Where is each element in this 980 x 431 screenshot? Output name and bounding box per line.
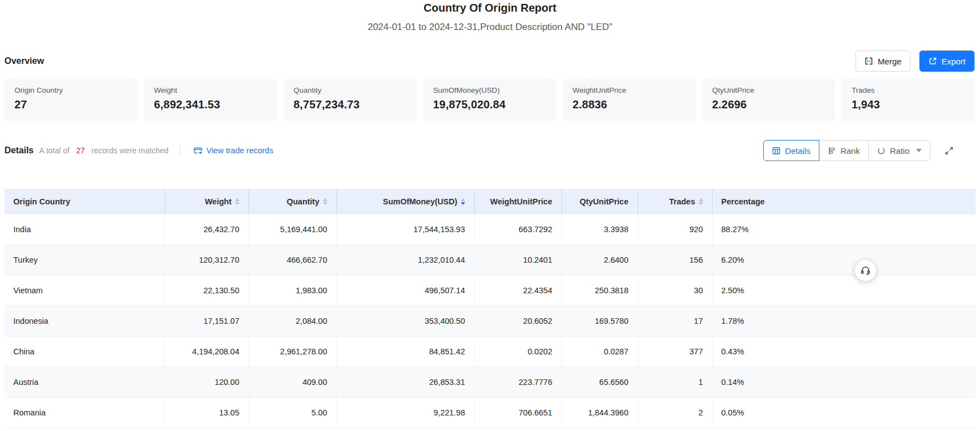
cell-origin-country: Indonesia (4, 306, 165, 337)
cell-sum-of-money: 26,853.31 (336, 367, 474, 398)
column-header-quantity[interactable]: Quantity (248, 189, 336, 214)
trade-records-window-icon (193, 146, 202, 155)
cell-quantity: 409.00 (248, 367, 336, 398)
stat-label: QtyUnitPrice (712, 86, 825, 94)
cell-trades: 17 (638, 306, 712, 337)
stat-value: 27 (14, 98, 127, 111)
cell-origin-country: China (4, 337, 165, 367)
details-heading: Details (4, 146, 33, 156)
column-label: Trades (669, 197, 695, 206)
fullscreen-button[interactable] (944, 146, 954, 156)
column-label: Percentage (722, 197, 765, 206)
sort-caret-icon[interactable] (699, 198, 703, 205)
table-row[interactable]: Austria 120.00 409.00 26,853.31 223.7776… (4, 367, 976, 398)
table-row[interactable]: Romania 13.05 5.00 9,221.98 706.6651 1,8… (4, 398, 976, 428)
sort-caret-icon[interactable] (235, 198, 240, 205)
country-of-origin-report-page: Country Of Origin Report 2024-01-01 to 2… (0, 0, 980, 431)
cell-qty-unit-price: 1,844.3960 (561, 398, 638, 428)
table-grid-icon (772, 147, 780, 155)
tab-details[interactable]: Details (763, 140, 819, 161)
cell-weight: 26,432.70 (165, 214, 248, 245)
view-trade-records-link[interactable]: View trade records (193, 146, 273, 155)
headset-icon (860, 265, 871, 276)
tab-rank[interactable]: Rank (819, 140, 869, 161)
cell-weight: 17,151.07 (165, 306, 248, 337)
cell-weight-unit-price: 20.6052 (474, 306, 561, 337)
cell-weight: 120,312.70 (165, 245, 248, 275)
cell-quantity: 5.00 (248, 398, 336, 428)
export-button[interactable]: Export (919, 51, 974, 72)
cell-trades: 1 (638, 367, 712, 398)
tab-ratio-label: Ratio (890, 146, 909, 156)
cell-qty-unit-price: 65.6560 (561, 367, 638, 398)
cell-origin-country: Turkey (4, 245, 165, 275)
column-header-qty-unit-price: QtyUnitPrice (561, 189, 638, 214)
origin-country-table: Origin Country Weight Quantity SumOfMone… (4, 189, 976, 428)
table-row[interactable]: Indonesia 17,151.07 2,084.00 353,400.50 … (4, 306, 976, 337)
overview-bar: Overview Merge Export (4, 50, 974, 72)
cell-origin-country: India (4, 214, 165, 245)
table-row[interactable]: China 4,194,208.04 2,961,278.00 84,851.4… (4, 337, 976, 367)
cell-quantity: 5,169,441.00 (248, 214, 336, 245)
column-label: Weight (205, 197, 231, 206)
cell-trades: 2 (638, 398, 712, 428)
merge-cells-icon (864, 57, 873, 66)
details-controls: Details Rank Ratio (763, 140, 974, 161)
stat-label: Origin Country (14, 86, 127, 94)
column-header-percentage: Percentage (712, 189, 976, 214)
stat-card-weight-unit-price: WeightUnitPrice 2.8836 (563, 79, 695, 121)
merge-button[interactable]: Merge (855, 51, 911, 72)
cell-origin-country: Romania (4, 398, 165, 428)
export-icon (928, 57, 937, 66)
report-subtitle: 2024-01-01 to 2024-12-31,Product Descrip… (0, 22, 980, 33)
overview-heading: Overview (4, 56, 44, 66)
cell-trades: 156 (638, 245, 712, 275)
cell-qty-unit-price: 169.5780 (561, 306, 638, 337)
table-header-row: Origin Country Weight Quantity SumOfMone… (4, 189, 976, 214)
column-header-weight[interactable]: Weight (165, 189, 248, 214)
table-row[interactable]: India 26,432.70 5,169,441.00 17,544,153.… (4, 214, 976, 245)
cell-trades: 30 (638, 275, 712, 306)
stat-card-quantity: Quantity 8,757,234.73 (283, 79, 416, 121)
table-row[interactable]: Vietnam 22,130.50 1,983.00 496,507.14 22… (4, 275, 976, 306)
column-label: Quantity (287, 197, 320, 206)
sort-caret-icon[interactable] (461, 198, 465, 205)
merge-button-label: Merge (878, 57, 902, 66)
cell-sum-of-money: 9,221.98 (336, 398, 474, 428)
column-header-trades[interactable]: Trades (638, 189, 712, 214)
cell-quantity: 2,961,278.00 (248, 337, 336, 367)
cell-trades: 920 (638, 214, 712, 245)
column-header-sum-of-money[interactable]: SumOfMoney(USD) (336, 189, 474, 214)
cell-percentage: 0.14% (712, 367, 976, 398)
tab-ratio[interactable]: Ratio (868, 140, 931, 161)
cell-percentage: 88.27% (712, 214, 976, 245)
stat-value: 8,757,234.73 (293, 98, 406, 111)
column-header-weight-unit-price: WeightUnitPrice (474, 189, 561, 214)
cell-sum-of-money: 1,232,010.44 (336, 245, 474, 275)
vertical-divider (180, 146, 180, 155)
sort-caret-icon[interactable] (323, 198, 327, 205)
cell-weight-unit-price: 706.6651 (474, 398, 561, 428)
column-label: SumOfMoney(USD) (383, 197, 457, 206)
stat-label: Weight (154, 86, 267, 94)
cell-weight-unit-price: 663.7292 (474, 214, 561, 245)
stat-card-origin-country: Origin Country 27 (4, 79, 137, 121)
cell-sum-of-money: 496,507.14 (336, 275, 474, 306)
table-row[interactable]: Turkey 120,312.70 466,662.70 1,232,010.4… (4, 245, 976, 275)
export-button-label: Export (942, 57, 966, 66)
cell-percentage: 0.05% (712, 398, 976, 428)
tab-details-label: Details (785, 146, 810, 156)
stat-label: SumOfMoney(USD) (433, 86, 546, 94)
view-switcher: Details Rank Ratio (763, 140, 931, 161)
view-trade-records-label: View trade records (206, 146, 273, 155)
column-label: QtyUnitPrice (580, 197, 629, 206)
cell-qty-unit-price: 0.0287 (561, 337, 638, 367)
stat-card-sum-of-money: SumOfMoney(USD) 19,875,020.84 (423, 79, 556, 121)
cell-weight: 13.05 (165, 398, 248, 428)
dropdown-caret-icon (916, 149, 922, 152)
cell-weight: 4,194,208.04 (165, 337, 248, 367)
customer-support-button[interactable] (855, 260, 876, 281)
cell-weight-unit-price: 22.4354 (474, 275, 561, 306)
stat-label: WeightUnitPrice (573, 86, 685, 94)
cell-qty-unit-price: 2.6400 (561, 245, 638, 275)
